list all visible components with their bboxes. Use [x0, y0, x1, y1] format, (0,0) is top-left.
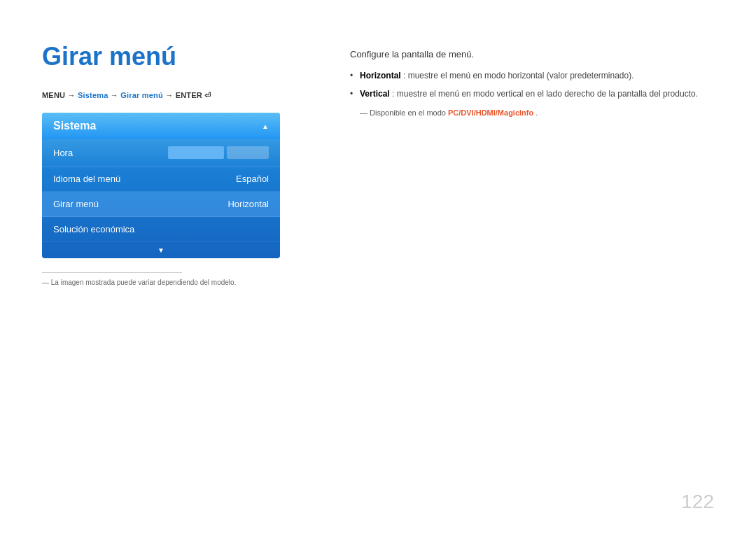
footnote-line	[42, 272, 182, 273]
menu-box: Sistema ▲ Hora Idioma del menú Español G…	[42, 113, 280, 258]
availability-note: ― Disponible en el modo PC/DVI/HDMI/Magi…	[350, 107, 714, 119]
availability-prefix: ― Disponible en el modo	[360, 108, 448, 117]
vertical-text: : muestre el menú en modo vertical en el…	[392, 89, 698, 99]
menu-item-hora[interactable]: Hora	[42, 139, 280, 167]
menu-item-girar[interactable]: Girar menú Horizontal	[42, 192, 280, 217]
arrow-up-icon: ▲	[262, 122, 269, 130]
left-column: Girar menú MENU → Sistema → Girar menú →…	[42, 42, 322, 286]
menu-header: Sistema ▲	[42, 113, 280, 139]
bullet-horizontal: Horizontal : muestre el menú en modo hor…	[350, 69, 714, 82]
breadcrumb-sistema: Sistema	[78, 91, 108, 99]
right-column: Configure la pantalla de menú. Horizonta…	[350, 42, 714, 286]
bullet-vertical: Vertical : muestre el menú en modo verti…	[350, 87, 714, 100]
solucion-label: Solución económica	[53, 224, 134, 234]
idioma-label: Idioma del menú	[53, 174, 120, 184]
bullet-list: Horizontal : muestre el menú en modo hor…	[350, 69, 714, 100]
girar-value: Horizontal	[227, 199, 269, 209]
hora-label: Hora	[53, 148, 73, 158]
section-intro: Configure la pantalla de menú.	[350, 49, 714, 59]
arrow-down-icon: ▼	[158, 246, 164, 254]
horizontal-text: : muestre el menú en modo horizontal (va…	[403, 71, 634, 80]
idioma-value: Español	[236, 174, 269, 184]
footnote: ― La imagen mostrada puede variar depend…	[42, 279, 322, 286]
menu-item-solucion[interactable]: Solución económica	[42, 217, 280, 242]
breadcrumb: MENU → Sistema → Girar menú → ENTER ⏎	[42, 91, 322, 100]
arrow-down-container: ▼	[42, 242, 280, 258]
page-number: 122	[681, 491, 714, 513]
menu-item-idioma[interactable]: Idioma del menú Español	[42, 167, 280, 192]
girar-label: Girar menú	[53, 199, 99, 209]
hora-bar-blue	[168, 146, 224, 159]
mode-highlight: PC/DVI/HDMI/MagicInfo	[448, 108, 533, 117]
hora-bar-container	[168, 146, 269, 159]
breadcrumb-girar: Girar menú	[120, 91, 163, 99]
breadcrumb-menu: MENU	[42, 91, 65, 99]
menu-header-title: Sistema	[53, 120, 96, 132]
availability-suffix: .	[536, 108, 538, 117]
vertical-bold: Vertical	[360, 89, 390, 99]
horizontal-bold: Horizontal	[360, 71, 401, 80]
page-title: Girar menú	[42, 42, 322, 71]
hora-bar-light	[227, 146, 269, 159]
